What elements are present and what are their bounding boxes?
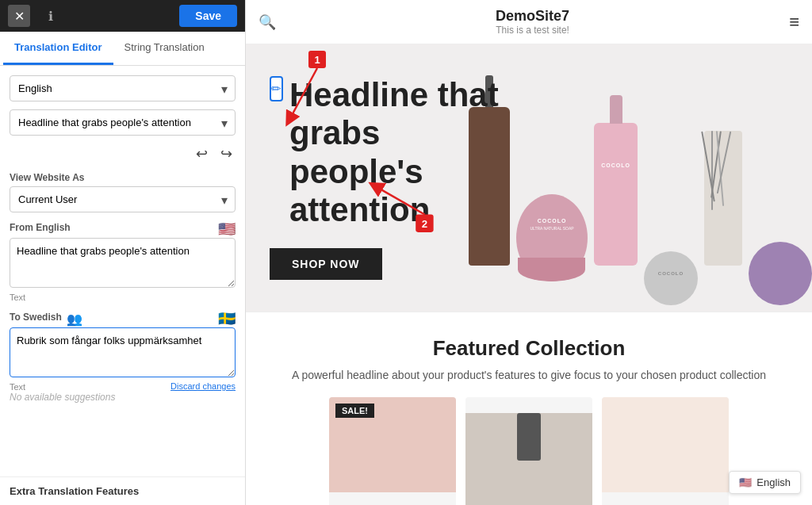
hero-headline: Headline that grabs people's attention <box>289 76 503 229</box>
suggestions-label: No available suggestions <box>10 392 236 403</box>
string-select[interactable]: Headline that grabs people's attention <box>10 109 236 136</box>
to-lang-header: To Swedish 👥 <box>10 312 82 327</box>
to-field-note: Text <box>10 382 25 392</box>
from-label: From English <box>10 222 71 233</box>
sale-badge-1: SALE! <box>335 404 374 418</box>
product-image-reeds <box>704 131 742 266</box>
from-flag: 🇺🇸 <box>218 220 236 238</box>
language-badge[interactable]: 🇺🇸 English <box>729 471 801 494</box>
user-select-wrapper: Current User <box>10 186 236 212</box>
tabs-row: Translation Editor String Translation <box>0 32 245 66</box>
from-section: From English 🇺🇸 Text <box>10 220 236 302</box>
product-card-1: SALE! <box>329 397 456 505</box>
featured-subtitle: A powerful headline about your product's… <box>291 369 767 381</box>
shop-now-button[interactable]: SHOP NOW <box>270 248 382 280</box>
to-section: To Swedish 👥 🇸🇪 Text Discard changes No … <box>10 310 236 403</box>
product-card-2 <box>465 397 592 505</box>
info-button[interactable]: ℹ <box>40 5 62 27</box>
hero-headline-wrapper: ✏ Headline that grabs people's attention <box>270 76 503 229</box>
string-select-wrapper: Headline that grabs people's attention <box>10 109 236 136</box>
to-flag: 🇸🇪 <box>218 310 236 327</box>
featured-title: Featured Collection <box>262 336 796 361</box>
lang-badge-label: English <box>756 476 791 488</box>
product-image-bottle-pink: COCOLO <box>594 123 638 266</box>
product-card-img-2 <box>465 413 592 505</box>
save-button[interactable]: Save <box>179 5 237 27</box>
from-field-note: Text <box>10 293 236 302</box>
tab-translation-editor[interactable]: Translation Editor <box>3 32 113 65</box>
edit-pencil-button[interactable]: ✏ <box>270 76 283 101</box>
lang-badge-flag: 🇺🇸 <box>739 476 752 488</box>
hero-images: COCOLO ULTRA NATURAL SOAP COCOLO COCOLO <box>500 44 812 312</box>
product-cards: SALE! <box>262 397 796 505</box>
to-flag-row: To Swedish 👥 🇸🇪 <box>10 310 236 327</box>
menu-icon[interactable]: ≡ <box>789 12 799 33</box>
panel-header: ✕ ℹ Save <box>0 0 245 32</box>
site-title-block: DemoSite7 This is a test site! <box>276 8 789 36</box>
site-name: DemoSite7 <box>276 8 789 25</box>
right-panel: 🔍 DemoSite7 This is a test site! ≡ 1 <box>246 0 812 505</box>
undo-redo-row: ↩ ↪ <box>10 143 236 164</box>
site-subtitle: This is a test site! <box>276 25 789 36</box>
to-label: To Swedish <box>10 312 62 323</box>
tab-string-translation[interactable]: String Translation <box>113 32 216 65</box>
featured-section: Featured Collection A powerful headline … <box>246 312 812 505</box>
product-image-lavender <box>749 242 812 305</box>
user-select[interactable]: Current User <box>10 186 236 212</box>
product-card-img-3 <box>602 397 729 492</box>
hero-section: 1 ✏ Headline that grabs people's attenti… <box>246 44 812 312</box>
close-button[interactable]: ✕ <box>8 5 30 27</box>
product-image-jar-pink: COCOLO ULTRA NATURAL SOAP <box>516 194 588 281</box>
language-select-wrapper: English <box>10 75 236 101</box>
view-as-section: View Website As Current User <box>10 172 236 212</box>
site-content: 1 ✏ Headline that grabs people's attenti… <box>246 44 812 505</box>
extra-title: Extra Translation Features <box>10 485 236 497</box>
discard-changes-link[interactable]: Discard changes <box>170 381 236 391</box>
panel-body: English Headline that grabs people's att… <box>0 66 245 476</box>
hero-text-area: ✏ Headline that grabs people's attention… <box>270 76 503 280</box>
undo-button[interactable]: ↩ <box>193 143 211 164</box>
language-select[interactable]: English <box>10 75 236 101</box>
product-display: COCOLO ULTRA NATURAL SOAP COCOLO COCOLO <box>469 91 812 266</box>
product-image-jar-silver: COCOLO <box>644 251 698 305</box>
svg-rect-0 <box>308 51 326 68</box>
product-card-3 <box>602 397 729 505</box>
left-panel: ✕ ℹ Save Translation Editor String Trans… <box>0 0 246 505</box>
people-icon: 👥 <box>67 312 82 327</box>
view-as-label: View Website As <box>10 172 236 183</box>
svg-text:1: 1 <box>314 54 320 66</box>
from-flag-row: From English 🇺🇸 <box>10 220 236 238</box>
to-text-field[interactable] <box>10 327 236 377</box>
site-header: 🔍 DemoSite7 This is a test site! ≡ <box>246 0 812 44</box>
search-icon[interactable]: 🔍 <box>259 13 276 31</box>
extra-section: Extra Translation Features <box>0 476 245 505</box>
redo-button[interactable]: ↪ <box>217 143 236 164</box>
from-text-field[interactable] <box>10 238 236 288</box>
